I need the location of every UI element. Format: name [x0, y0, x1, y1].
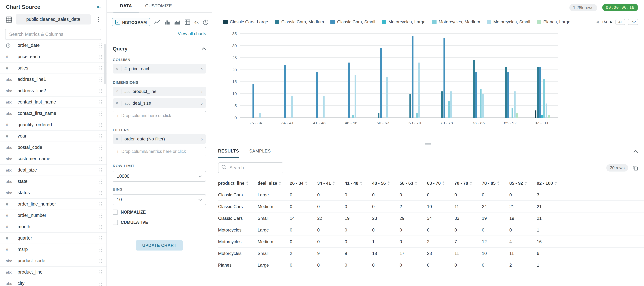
column-header[interactable]: product_line — [218, 181, 258, 186]
sort-icon[interactable] — [305, 181, 308, 185]
line-chart-icon[interactable] — [154, 19, 160, 25]
expand-filter-icon[interactable]: › — [198, 136, 206, 142]
column-header[interactable]: 48 - 56 — [372, 181, 400, 186]
expand-column-icon[interactable]: › — [198, 66, 206, 71]
drag-handle-icon[interactable] — [99, 66, 102, 70]
legend-item[interactable]: Motorcycles, Small — [487, 19, 530, 24]
dimension-field-pill[interactable]: × abc deal_size › — [113, 98, 206, 108]
view-all-charts-link[interactable]: View all charts — [178, 31, 206, 36]
column-header[interactable]: 34 - 41 — [317, 181, 345, 186]
drag-handle-icon[interactable] — [99, 100, 102, 104]
update-chart-button[interactable]: UPDATE CHART — [136, 240, 183, 251]
drag-handle-icon[interactable] — [99, 88, 102, 93]
drag-handle-icon[interactable] — [99, 122, 102, 127]
bar-chart-icon[interactable] — [164, 19, 170, 25]
column-list-item[interactable]: #month — [0, 221, 106, 233]
table-chart-icon[interactable] — [184, 19, 190, 25]
sort-icon[interactable] — [555, 181, 557, 185]
dimension-field-pill[interactable]: × abc product_line › — [113, 87, 206, 96]
drag-handle-icon[interactable] — [99, 258, 102, 263]
drag-handle-icon[interactable] — [99, 224, 102, 229]
tab-results[interactable]: RESULTS — [218, 145, 239, 158]
filter-field-pill[interactable]: × order_date (No filter) › — [113, 134, 206, 144]
legend-item[interactable]: Planes, Large — [537, 19, 570, 24]
legend-item[interactable]: Motorcycles, Large — [382, 19, 426, 24]
sort-icon[interactable] — [442, 181, 445, 185]
dataset-menu-icon[interactable]: ⋮ — [94, 16, 103, 23]
column-header[interactable]: 70 - 78 — [454, 181, 482, 186]
sort-icon[interactable] — [360, 181, 362, 185]
collapse-query-section-icon[interactable] — [202, 47, 206, 50]
legend-all-button[interactable]: All — [616, 19, 625, 25]
results-search[interactable] — [218, 162, 283, 173]
column-list-item[interactable]: #order_number — [0, 210, 106, 221]
drag-handle-icon[interactable] — [99, 213, 102, 218]
drag-handle-icon[interactable] — [99, 77, 102, 82]
row-limit-select[interactable]: 10000 — [113, 171, 206, 182]
cumulative-checkbox[interactable]: CUMULATIVE — [107, 216, 212, 226]
column-list-item[interactable]: abccity — [0, 278, 106, 286]
dataset-name[interactable]: public.cleaned_sales_data — [16, 14, 91, 24]
column-list-item[interactable]: #year — [0, 131, 106, 142]
drag-handle-icon[interactable] — [99, 156, 102, 161]
sort-icon[interactable] — [279, 181, 281, 185]
column-list-item[interactable]: #quantity_ordered — [0, 119, 106, 131]
column-list-item[interactable]: #order_line_number — [0, 199, 106, 210]
column-list-item[interactable]: abccustomer_name — [0, 153, 106, 165]
legend-prev-icon[interactable]: ◀ — [596, 20, 599, 24]
columns-scrollbar[interactable] — [104, 44, 106, 84]
column-list-item[interactable]: #quarter — [0, 233, 106, 244]
filters-drop-zone[interactable]: + Drop columns/metrics here or click — [113, 147, 206, 156]
big-number-icon[interactable]: 4k — [194, 20, 198, 24]
pie-chart-icon[interactable] — [202, 19, 208, 25]
sort-icon[interactable] — [415, 181, 417, 185]
legend-item[interactable]: Classic Cars, Small — [330, 19, 375, 24]
drag-handle-icon[interactable] — [99, 247, 102, 252]
column-list-item[interactable]: abcstatus — [0, 187, 106, 199]
legend-next-icon[interactable]: ▶ — [610, 20, 613, 24]
legend-inv-button[interactable]: Inv — [628, 19, 638, 25]
column-list-item[interactable]: abcaddress_line2 — [0, 85, 106, 97]
sort-icon[interactable] — [333, 181, 335, 185]
column-header[interactable]: 92 - 100 — [537, 181, 564, 186]
sort-icon[interactable] — [498, 181, 500, 185]
drag-handle-icon[interactable] — [99, 236, 102, 241]
column-header[interactable]: 41 - 48 — [345, 181, 372, 186]
column-list-item[interactable]: #msrp — [0, 244, 106, 255]
sort-icon[interactable] — [525, 181, 527, 185]
column-field-pill[interactable]: × # price_each › — [113, 64, 206, 73]
drag-handle-icon[interactable] — [99, 168, 102, 172]
sort-icon[interactable] — [246, 181, 248, 185]
remove-dimension-icon[interactable]: × — [113, 101, 122, 106]
tab-customize[interactable]: CUSTOMIZE — [139, 0, 178, 12]
results-search-input[interactable] — [229, 165, 280, 171]
tab-data[interactable]: DATA — [114, 0, 139, 12]
normalize-checkbox[interactable]: NORMALIZE — [107, 206, 212, 216]
column-list-item[interactable]: #sales — [0, 62, 106, 74]
copy-icon[interactable] — [633, 165, 638, 171]
sort-icon[interactable] — [388, 181, 390, 185]
column-list-item[interactable]: abcproduct_line — [0, 267, 106, 278]
column-list-item[interactable]: abcpostal_code — [0, 142, 106, 153]
drag-handle-icon[interactable] — [99, 43, 102, 48]
column-header[interactable]: 85 - 92 — [509, 181, 537, 186]
tab-samples[interactable]: SAMPLES — [249, 145, 271, 158]
expand-dimension-icon[interactable]: › — [198, 89, 206, 94]
expand-dimension-icon[interactable]: › — [198, 100, 206, 106]
remove-dimension-icon[interactable]: × — [113, 89, 122, 94]
bins-select[interactable]: 10 — [113, 194, 206, 205]
sort-icon[interactable] — [470, 181, 472, 185]
drag-handle-icon[interactable] — [99, 134, 102, 138]
column-list-item[interactable]: abccontact_first_name — [0, 108, 106, 119]
area-chart-icon[interactable] — [174, 19, 180, 25]
remove-filter-icon[interactable]: × — [113, 136, 122, 142]
column-header[interactable]: 26 - 34 — [290, 181, 317, 186]
drag-handle-icon[interactable] — [99, 145, 102, 150]
drag-handle-icon[interactable] — [99, 111, 102, 116]
column-header[interactable]: deal_size — [258, 181, 290, 186]
legend-item[interactable]: Motorcycles, Medium — [432, 19, 480, 24]
dimensions-drop-zone[interactable]: + Drop columns here or click — [113, 111, 206, 120]
legend-item[interactable]: Classic Cars, Large — [223, 19, 268, 24]
drag-handle-icon[interactable] — [99, 270, 102, 275]
drag-handle-icon[interactable] — [99, 202, 102, 207]
